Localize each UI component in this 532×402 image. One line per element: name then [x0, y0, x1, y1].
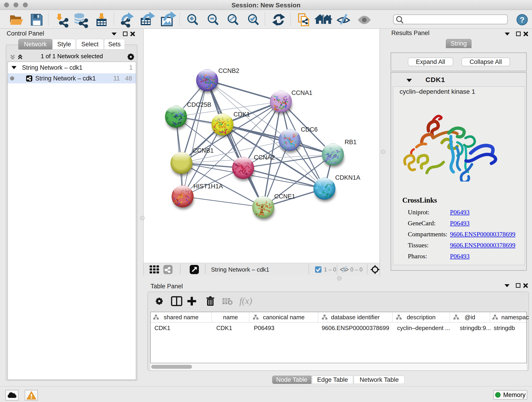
svg-text:RB1: RB1: [345, 139, 357, 146]
svg-text:CCNB2: CCNB2: [218, 67, 239, 74]
svg-text:HIST1H1A: HIST1H1A: [193, 183, 223, 190]
svg-text:CCNA1: CCNA1: [291, 89, 312, 96]
svg-text:CDC6: CDC6: [301, 126, 318, 133]
svg-text:1 – 0: 1 – 0: [324, 266, 336, 273]
svg-text:CCNB1: CCNB1: [193, 147, 214, 154]
svg-text:CDK1: CDK1: [234, 111, 250, 118]
svg-text:CCNE1: CCNE1: [274, 193, 295, 200]
svg-text:String Network – cdk1: String Network – cdk1: [211, 266, 269, 273]
svg-text:CDKN1A: CDKN1A: [335, 174, 360, 181]
svg-text:0 – 0: 0 – 0: [350, 266, 362, 273]
svg-text:?: ?: [520, 15, 525, 24]
svg-text:CDC25B: CDC25B: [187, 101, 211, 108]
svg-text:CCNA2: CCNA2: [254, 154, 275, 161]
svg-text:f(x): f(x): [239, 296, 252, 306]
